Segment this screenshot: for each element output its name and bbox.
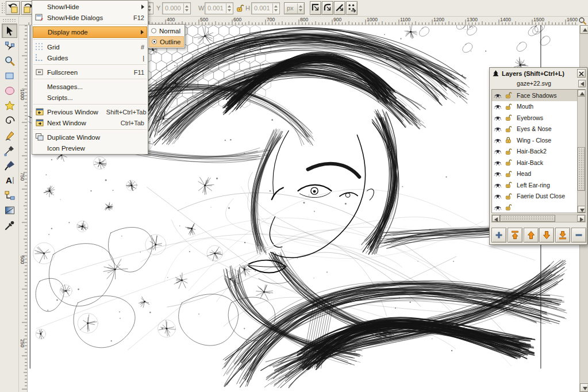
tool-star[interactable] (2, 98, 17, 113)
menu-item-grid[interactable]: Grid # (33, 41, 147, 52)
submenu-item-normal[interactable]: Normal (149, 25, 184, 36)
visibility-eye-icon[interactable] (494, 203, 502, 212)
raise-layer-to-top-button[interactable] (508, 228, 522, 243)
units-spinner[interactable] (297, 3, 303, 13)
list-scroll-right-button[interactable] (577, 215, 585, 222)
height-field[interactable]: 0.001 (251, 2, 280, 14)
visibility-eye-icon[interactable] (494, 192, 502, 200)
menu-item-previous-window[interactable]: Previous Window Shift+Ctrl+Tab (33, 106, 147, 117)
tool-dropper[interactable] (2, 218, 17, 232)
scale-stroke-toggle[interactable] (310, 1, 321, 15)
rotate-ccw-button[interactable] (6, 1, 20, 15)
visibility-eye-icon[interactable] (494, 170, 502, 178)
layer-row-left-ear-ring[interactable]: Left Ear-ring (492, 179, 585, 191)
layer-row-wing-far[interactable] (492, 202, 585, 213)
layer-row-hair-back2[interactable]: Hair-Back2 (492, 146, 585, 157)
raise-layer-button[interactable] (524, 228, 539, 243)
layer-row-faerie-dust-close[interactable]: Faerie Dust Close (492, 191, 585, 202)
lock-icon[interactable] (505, 114, 512, 121)
layer-row-eyes-nose[interactable]: Eyes & Nose (492, 124, 585, 135)
svg-text:500: 500 (200, 17, 208, 22)
visibility-eye-icon[interactable] (494, 114, 502, 122)
layer-row-hair-back[interactable]: Hair-Back (492, 157, 585, 168)
zoom-corner-button[interactable] (578, 17, 588, 25)
lock-icon[interactable] (505, 103, 512, 110)
visibility-eye-icon[interactable] (494, 147, 502, 155)
tool-selector[interactable] (2, 24, 17, 38)
toolbar-grip[interactable] (1, 2, 5, 14)
lock-icon[interactable] (505, 159, 512, 166)
lower-layer-to-bottom-button[interactable] (555, 228, 570, 243)
layer-row-face-shadows[interactable]: Face Shadows (492, 90, 585, 101)
layer-row-eyebrows[interactable]: Eyebrows (492, 112, 585, 124)
lock-ratio-icon[interactable] (236, 3, 244, 13)
menu-item-guides[interactable]: Guides | (33, 52, 147, 63)
menu-item-display-mode[interactable]: Display mode (33, 26, 147, 38)
transform-gradients-toggle[interactable] (334, 1, 345, 15)
visibility-eye-icon[interactable] (494, 136, 502, 144)
transform-patterns-toggle[interactable] (346, 1, 358, 15)
tool-pencil[interactable] (2, 128, 17, 143)
visibility-eye-icon[interactable] (494, 181, 502, 189)
menu-item-fullscreen[interactable]: Fullscreen F11 (33, 67, 147, 78)
visibility-eye-icon[interactable] (494, 102, 502, 110)
lock-icon[interactable] (505, 125, 512, 133)
tool-gradient[interactable] (2, 203, 17, 217)
tool-zoom[interactable] (2, 53, 17, 68)
layer-row-wing-close[interactable]: Wing - Close (492, 134, 585, 146)
visibility-eye-icon[interactable] (494, 125, 502, 133)
tool-connector[interactable] (2, 188, 17, 202)
tool-node-editor[interactable] (2, 39, 17, 53)
units-dropdown[interactable]: px (284, 2, 305, 14)
scroll-down-button[interactable] (580, 383, 588, 392)
h-spinner[interactable] (272, 3, 279, 13)
menu-item-show-hide-dialogs[interactable]: Show/Hide Dialogs F12 (33, 12, 147, 23)
visibility-eye-icon[interactable] (494, 159, 502, 167)
layers-panel-close-button[interactable] (577, 69, 586, 78)
tool-ellipse[interactable] (2, 83, 17, 98)
delete-layer-button[interactable] (571, 228, 586, 243)
layer-row-head[interactable]: Head (492, 168, 585, 180)
scale-corners-toggle[interactable] (322, 1, 333, 15)
lock-icon[interactable] (505, 193, 512, 200)
menu-item-icon-preview[interactable]: Icon Preview (33, 143, 147, 153)
tool-text[interactable]: A (2, 173, 17, 187)
list-scroll-thumb[interactable] (578, 147, 585, 191)
submenu-item-outline[interactable]: Outline (149, 36, 184, 47)
layers-panel-titlebar[interactable]: Layers (Shift+Ctrl+L) (490, 68, 587, 79)
lock-icon[interactable] (505, 136, 512, 144)
w-spinner[interactable] (226, 3, 232, 13)
layer-row-partial[interactable] (492, 213, 585, 214)
list-scroll-up-button[interactable] (578, 90, 586, 97)
lock-icon[interactable] (505, 170, 512, 178)
menu-item-duplicate-window[interactable]: Duplicate Window (33, 132, 147, 143)
tool-bezier-pen[interactable] (2, 143, 17, 157)
tool-calligraphy[interactable] (2, 158, 17, 172)
y-spinner[interactable] (183, 3, 190, 13)
add-layer-button[interactable] (491, 228, 506, 243)
layer-row-mouth[interactable]: Mouth (492, 101, 585, 113)
horizontal-scroll-thumb[interactable] (500, 215, 555, 222)
lock-icon[interactable] (505, 181, 512, 189)
list-scroll-down-button[interactable] (578, 206, 586, 213)
menu-item-show-hide[interactable]: Show/Hide (33, 1, 147, 12)
lock-icon[interactable] (505, 91, 512, 99)
menu-item-messages[interactable]: Messages... (33, 81, 147, 92)
width-field[interactable]: 0.001 (205, 2, 233, 14)
layers-list-scrollbar[interactable] (577, 90, 585, 213)
lock-icon[interactable] (505, 203, 512, 211)
lower-layer-button[interactable] (539, 228, 554, 243)
y-position-field[interactable]: 0.000 (162, 2, 191, 14)
tab-scroll-left-button[interactable] (578, 80, 586, 87)
vertical-ruler[interactable]: 1000750500250 (19, 25, 28, 392)
menu-item-next-window[interactable]: Next Window Ctrl+Tab (33, 117, 147, 128)
lock-icon[interactable] (505, 148, 512, 155)
tool-rectangle[interactable] (2, 68, 17, 83)
list-scroll-left-button[interactable] (492, 215, 500, 222)
layers-horizontal-scrollbar[interactable] (491, 214, 586, 222)
visibility-eye-icon[interactable] (494, 91, 502, 99)
tool-spiral[interactable] (2, 113, 17, 128)
menu-item-scripts[interactable]: Scripts... (33, 92, 147, 103)
scroll-up-button[interactable] (580, 25, 588, 34)
toolbox-grip[interactable] (2, 18, 16, 22)
